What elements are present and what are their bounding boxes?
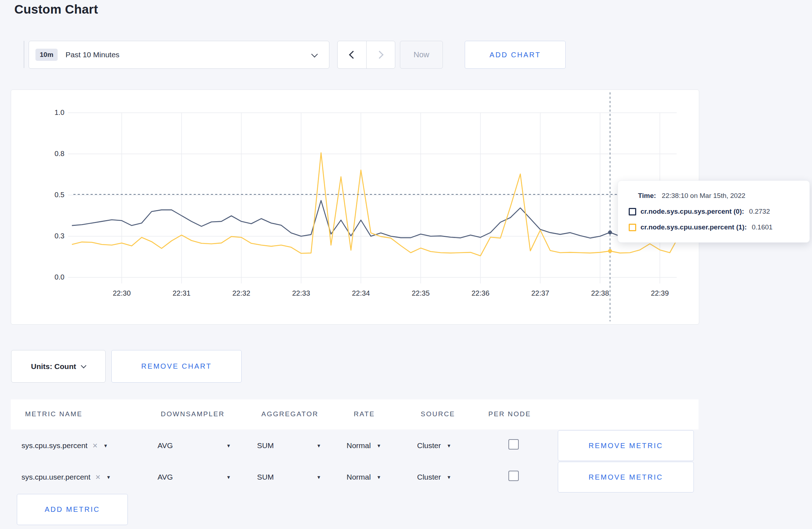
downsampler-value: AVG	[158, 473, 173, 481]
x-tick-label: 22:36	[461, 289, 500, 297]
user-series-swatch-icon	[629, 224, 636, 231]
caret-down-icon: ▼	[226, 475, 231, 480]
add-metric-button[interactable]: ADD METRIC	[17, 494, 128, 525]
per-node-checkbox[interactable]	[508, 439, 519, 450]
remove-metric-button[interactable]: REMOVE METRIC	[558, 430, 694, 461]
tooltip-series-label: cr.node.sys.cpu.sys.percent (0):	[641, 208, 744, 215]
x-tick-label: 22:31	[162, 289, 201, 297]
downsampler-select[interactable]: AVG	[158, 461, 173, 493]
tooltip-series-row: cr.node.sys.cpu.user.percent (1): 0.1601	[629, 221, 809, 234]
metric-name-value: sys.cpu.sys.percent	[21, 441, 87, 450]
caret-down-icon: ▼	[377, 475, 381, 480]
caret-down-icon: ▼	[226, 443, 231, 448]
tooltip-time-row: Time: 22:38:10 on Mar 15th, 2022	[629, 189, 809, 202]
aggregator-value: SUM	[257, 473, 274, 481]
y-tick-label: 0.5	[39, 191, 64, 199]
remove-metric-button[interactable]: REMOVE METRIC	[558, 462, 694, 492]
source-select[interactable]: Cluster ▼	[417, 461, 451, 493]
tooltip-series-row: cr.node.sys.cpu.sys.percent (0): 0.2732	[629, 205, 809, 218]
downsampler-select[interactable]: AVG	[158, 430, 173, 461]
col-header-metric-name: METRIC NAME	[25, 410, 83, 418]
remove-chart-button[interactable]: REMOVE CHART	[111, 350, 242, 383]
caret-down-icon: ▼	[447, 475, 451, 480]
rate-select[interactable]: Normal ▼	[347, 430, 381, 461]
metric-name-value: sys.cpu.user.percent	[21, 473, 91, 481]
tooltip-time-value: 22:38:10 on Mar 15th, 2022	[662, 192, 745, 200]
x-tick-label: 22:39	[640, 289, 680, 297]
custom-chart-page: Custom Chart 10m Past 10 Minutes Now ADD…	[0, 0, 812, 529]
aggregator-value: SUM	[257, 441, 274, 450]
downsampler-value: AVG	[158, 441, 173, 450]
col-header-per-node: PER NODE	[488, 410, 531, 418]
per-node-checkbox[interactable]	[508, 471, 519, 481]
hover-point-marker	[608, 249, 612, 253]
metrics-table-header: METRIC NAME DOWNSAMPLER AGGREGATOR RATE …	[11, 399, 699, 429]
metric-row: sys.cpu.user.percent × ▼ AVG ▼ SUM ▼ Nor…	[11, 461, 699, 493]
y-tick-label: 1.0	[39, 108, 64, 117]
x-tick-label: 22:38	[580, 289, 620, 297]
units-selector[interactable]: Units: Count	[11, 350, 106, 383]
series-line	[72, 200, 680, 238]
hover-point-marker	[608, 230, 612, 234]
source-value: Cluster	[417, 473, 441, 481]
x-tick-label: 22:32	[222, 289, 261, 297]
rate-value: Normal	[347, 473, 371, 481]
x-tick-label: 22:30	[102, 289, 141, 297]
caret-down-icon: ▼	[316, 443, 321, 448]
sys-series-swatch-icon	[629, 208, 636, 215]
remove-metric-x-icon[interactable]: ×	[92, 441, 97, 451]
source-value: Cluster	[417, 441, 441, 450]
rate-select[interactable]: Normal ▼	[347, 461, 381, 493]
tooltip-series-label: cr.node.sys.cpu.user.percent (1):	[641, 223, 747, 231]
source-select[interactable]: Cluster ▼	[417, 430, 451, 461]
caret-down-icon: ▼	[316, 475, 321, 480]
x-tick-label: 22:34	[341, 289, 381, 297]
y-tick-label: 0.0	[39, 273, 64, 281]
chart-tooltip: Time: 22:38:10 on Mar 15th, 2022 cr.node…	[618, 180, 810, 243]
caret-down-icon: ▼	[103, 443, 108, 448]
x-tick-label: 22:37	[521, 289, 560, 297]
x-tick-label: 22:33	[281, 289, 321, 297]
caret-down-icon: ▼	[377, 443, 381, 448]
chevron-down-icon	[81, 363, 87, 369]
y-tick-label: 0.8	[39, 150, 64, 158]
tooltip-series-value: 0.1601	[752, 223, 773, 231]
aggregator-select[interactable]: SUM	[257, 430, 274, 461]
col-header-aggregator: AGGREGATOR	[261, 410, 318, 418]
col-header-downsampler: DOWNSAMPLER	[161, 410, 224, 418]
col-header-source: SOURCE	[421, 410, 455, 418]
rate-value: Normal	[347, 441, 371, 450]
y-tick-label: 0.3	[39, 232, 64, 240]
tooltip-series-value: 0.2732	[749, 208, 770, 215]
metric-row: sys.cpu.sys.percent × ▼ AVG ▼ SUM ▼ Norm…	[11, 430, 699, 461]
chart-plot[interactable]	[0, 0, 812, 358]
caret-down-icon: ▼	[106, 475, 111, 480]
units-label: Units: Count	[31, 362, 76, 371]
tooltip-time-label: Time:	[638, 192, 656, 200]
aggregator-select[interactable]: SUM	[257, 461, 274, 493]
series-line	[72, 153, 680, 256]
caret-down-icon: ▼	[447, 443, 451, 448]
x-tick-label: 22:35	[401, 289, 440, 297]
col-header-rate: RATE	[354, 410, 375, 418]
metric-name-select[interactable]: sys.cpu.sys.percent × ▼	[21, 430, 108, 461]
remove-metric-x-icon[interactable]: ×	[96, 472, 101, 482]
metric-name-select[interactable]: sys.cpu.user.percent × ▼	[21, 461, 111, 493]
